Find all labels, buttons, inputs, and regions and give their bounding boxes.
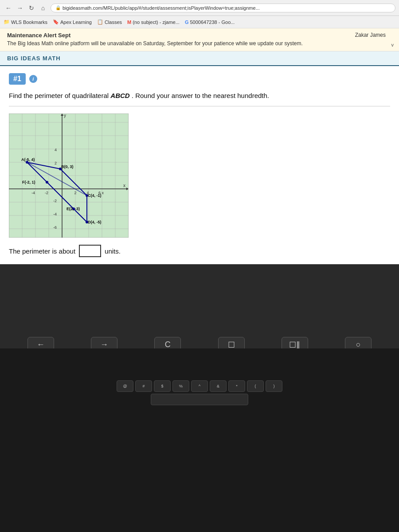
svg-text:D(4, -5): D(4, -5) (88, 220, 102, 224)
home-button[interactable]: ⌂ (38, 3, 48, 13)
svg-text:y: y (64, 113, 66, 118)
kb-key-percent[interactable]: % (172, 380, 189, 392)
bim-header: BIG IDEAS MATH (0, 51, 399, 66)
svg-text:-4: -4 (53, 212, 57, 216)
bookmark-m-label: (no subject) - zjame... (133, 20, 180, 25)
kb-row-1: @ # $ % ^ & * ( ) (117, 380, 282, 392)
kb-key-lparen[interactable]: ( (247, 380, 264, 392)
back-button[interactable]: ← (4, 3, 13, 13)
bookmark-g-label: 5000647238 - Goo... (190, 20, 235, 25)
kb-key-star[interactable]: * (228, 380, 245, 392)
nav-buttons: ← → ↻ ⌂ (4, 3, 48, 13)
question-number-row: #1 i (9, 73, 390, 85)
bookmark-apex[interactable]: 🔖 Apex Learning (53, 19, 92, 25)
alert-user: Zakar James (355, 32, 386, 38)
page-content: BIG IDEAS MATH #1 i Find the perimeter o… (0, 51, 399, 265)
bookmark-g[interactable]: G 5000647238 - Goo... (185, 20, 235, 25)
site-name: BIG IDEAS MATH (7, 55, 61, 62)
kb-key-caret[interactable]: ^ (191, 380, 208, 392)
kb-key-amp[interactable]: & (210, 380, 227, 392)
kb-key-rparen[interactable]: ) (266, 380, 282, 392)
svg-text:C(4, -1): C(4, -1) (88, 193, 102, 198)
answer-suffix: units. (105, 247, 121, 255)
svg-text:A(-5, 4): A(-5, 4) (21, 157, 35, 162)
question-badge: #1 (9, 73, 26, 85)
svg-text:-4: -4 (31, 191, 35, 195)
classes-icon: 📋 (97, 19, 103, 25)
alert-message: The Big Ideas Math online platform will … (7, 40, 392, 47)
svg-text:2: 2 (55, 161, 57, 165)
svg-text:E(2, -3): E(2, -3) (66, 207, 80, 211)
bookmark-wls-label: WLS Bookmarks (11, 20, 47, 25)
alert-banner: Maintenance Alert Sept The Big Ideas Mat… (0, 28, 399, 51)
svg-text:4: 4 (55, 148, 57, 152)
question-area: #1 i Find the perimeter of quadrilateral… (0, 66, 399, 265)
bookmark-classes-label: Classes (105, 20, 122, 25)
svg-text:-2: -2 (45, 191, 48, 195)
answer-row: The perimeter is about units. (9, 245, 390, 257)
question-text: Find the perimeter of quadrilateral ABCD… (9, 91, 390, 107)
url-text: bigideasmath.com/MRL/public/app/#/studen… (63, 5, 260, 11)
folder-icon: 📁 (4, 19, 10, 25)
info-icon[interactable]: i (29, 75, 37, 83)
alert-title: Maintenance Alert Sept (7, 32, 392, 39)
graph-container: x y -4 -2 2 4 6 x 2 4 -2 -4 -6 (9, 113, 129, 238)
kb-key-hash[interactable]: # (135, 380, 152, 392)
address-bar[interactable]: 🔒 bigideasmath.com/MRL/public/app/#/stud… (51, 4, 395, 12)
kb-row-space (151, 394, 248, 405)
svg-text:x: x (123, 183, 125, 188)
bookmark-classes[interactable]: 📋 Classes (97, 19, 122, 25)
browser-toolbar: ← → ↻ ⌂ 🔒 bigideasmath.com/MRL/public/ap… (0, 0, 399, 16)
answer-prefix: The perimeter is about (9, 247, 75, 255)
bookmark-wls[interactable]: 📁 WLS Bookmarks (4, 19, 47, 25)
coordinate-graph: x y -4 -2 2 4 6 x 2 4 -2 -4 -6 (9, 113, 129, 238)
alert-close-button[interactable]: v (391, 42, 394, 47)
answer-input[interactable] (79, 245, 101, 257)
lock-icon: 🔒 (55, 5, 61, 10)
reload-button[interactable]: ↻ (27, 3, 36, 13)
kb-key-at[interactable]: @ (117, 380, 133, 392)
svg-text:F(-2, 1): F(-2, 1) (22, 180, 35, 184)
svg-text:B(0, 3): B(0, 3) (61, 164, 74, 169)
bookmarks-bar: 📁 WLS Bookmarks 🔖 Apex Learning 📋 Classe… (0, 16, 399, 28)
svg-text:-2: -2 (53, 199, 57, 203)
g-icon: G (185, 20, 189, 25)
keyboard-area: @ # $ % ^ & * ( ) (0, 348, 399, 437)
kb-spacebar[interactable] (151, 394, 248, 405)
forward-button[interactable]: → (15, 3, 25, 13)
laptop-body: Lenovo ← → C ☐ ☐‖ ○ @ # $ % ^ & * ( ) (0, 264, 399, 437)
math-label-abcd: ABCD (110, 92, 129, 99)
bookmark-m[interactable]: M (no subject) - zjame... (127, 20, 180, 25)
kb-key-dollar[interactable]: $ (154, 380, 171, 392)
bookmark-apex-label: Apex Learning (60, 20, 92, 25)
question-text-content: Find the perimeter of quadrilateral ABCD… (9, 92, 269, 99)
browser-chrome: ← → ↻ ⌂ 🔒 bigideasmath.com/MRL/public/ap… (0, 0, 399, 28)
svg-text:-6: -6 (53, 225, 57, 230)
svg-text:2: 2 (74, 191, 76, 195)
apex-icon: 🔖 (53, 19, 59, 25)
svg-point-45 (46, 181, 48, 184)
m-icon: M (127, 20, 131, 25)
